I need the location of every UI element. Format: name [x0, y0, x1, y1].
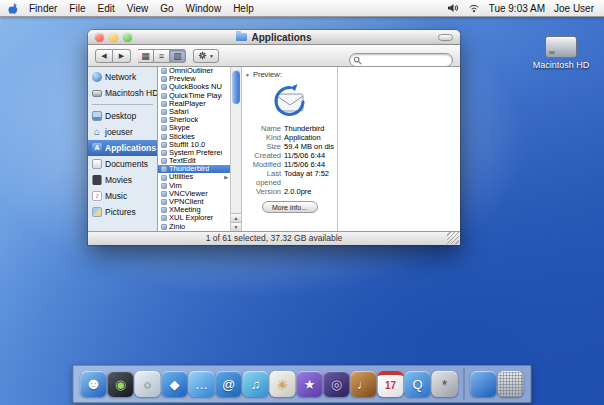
menu-item[interactable]: Window	[180, 0, 228, 17]
app-list-item[interactable]: XUL Explorer	[158, 214, 230, 222]
preview-header[interactable]: Preview:	[245, 69, 334, 79]
forward-button[interactable]: ▶	[113, 49, 131, 63]
app-icon	[161, 224, 167, 230]
status-bar: 1 of 61 selected, 37.32 GB available	[88, 231, 460, 245]
dock-icon-glyph: ○	[144, 378, 152, 391]
app-list-item[interactable]: VPNClient	[158, 198, 230, 206]
sidebar-item[interactable]: joeuser	[88, 124, 157, 140]
app-list-item[interactable]: QuickTime Player	[158, 92, 230, 100]
music-icon	[92, 191, 102, 201]
column-view-button[interactable]: ▥	[170, 49, 186, 63]
sidebar-item[interactable]: Network	[88, 69, 157, 85]
more-info-button[interactable]: More info...	[262, 201, 318, 213]
toolbar-toggle-button[interactable]	[438, 34, 453, 41]
finder-icon[interactable]: ☻	[81, 371, 107, 397]
mail-icon[interactable]: @	[216, 371, 242, 397]
sidebar-item[interactable]: Documents	[88, 156, 157, 172]
system-preferences-icon[interactable]: *	[432, 371, 458, 397]
garageband-icon[interactable]: ♩	[351, 371, 377, 397]
resize-grip[interactable]	[447, 232, 459, 244]
app-list-item[interactable]: OmniOutliner	[158, 67, 230, 75]
scroll-down-icon[interactable]: ▼	[231, 222, 241, 231]
back-button[interactable]: ◀	[95, 49, 113, 63]
sidebar-divider	[92, 104, 153, 105]
menu-item[interactable]: View	[121, 0, 155, 17]
zoom-button[interactable]	[123, 33, 132, 42]
trash-icon[interactable]	[498, 371, 524, 397]
app-list-item[interactable]: Skype	[158, 124, 230, 132]
volume-icon[interactable]	[447, 3, 459, 13]
sidebar-item[interactable]: Pictures	[88, 204, 157, 220]
search-input[interactable]	[349, 53, 453, 67]
app-icon	[161, 93, 167, 99]
menu-item[interactable]: Finder	[23, 0, 63, 17]
sidebar-item[interactable]: Movies	[88, 172, 157, 188]
app-list-item[interactable]: Safari	[158, 108, 230, 116]
app-list-item[interactable]: Zinio	[158, 223, 230, 231]
sidebar-item[interactable]: Applications	[88, 140, 157, 156]
iphoto-icon[interactable]: ☀	[270, 371, 296, 397]
app-list-item[interactable]: RealPlayer	[158, 100, 230, 108]
app-list-item[interactable]: QuickBooks NUE	[158, 83, 230, 91]
scroll-up-icon[interactable]: ▲	[231, 213, 241, 222]
app-icon	[161, 183, 167, 189]
quicktime-icon[interactable]: Q	[405, 371, 431, 397]
disclosure-triangle-icon	[245, 70, 250, 79]
safari-icon[interactable]: ◆	[162, 371, 188, 397]
menu-item[interactable]: Edit	[91, 0, 120, 17]
window-content: Network Macintosh HD Desktop joeuser	[88, 67, 460, 231]
minimize-button[interactable]	[109, 33, 118, 42]
folder-arrow-icon	[224, 173, 228, 181]
app-list-item[interactable]: StuffIt 10.0	[158, 141, 230, 149]
user-menu[interactable]: Joe User	[554, 0, 594, 17]
search-icon	[353, 51, 362, 69]
imovie-icon[interactable]: ★	[297, 371, 323, 397]
sidebar-item[interactable]: Desktop	[88, 108, 157, 124]
app-list-item[interactable]: Thunderbird	[158, 165, 230, 173]
sidebar-item[interactable]: Music	[88, 188, 157, 204]
app-label: XMeeting	[169, 206, 201, 214]
scrollbar-track[interactable]: ▲ ▼	[230, 67, 241, 231]
app-list-item[interactable]: Stickies	[158, 133, 230, 141]
preview-icon[interactable]: ○	[135, 371, 161, 397]
app-list-item[interactable]: Preview	[158, 75, 230, 83]
app-list-item[interactable]: TextEdit	[158, 157, 230, 165]
app-icon	[161, 191, 167, 197]
app-label: QuickBooks NUE	[169, 83, 222, 91]
app-list-item[interactable]: Vim	[158, 182, 230, 190]
ichat-icon[interactable]: …	[189, 371, 215, 397]
action-menu-button[interactable]	[193, 49, 219, 63]
ical-icon[interactable]: 17	[378, 371, 404, 397]
list-view-button[interactable]: ≡	[154, 49, 170, 63]
app-label: OmniOutliner	[169, 67, 213, 75]
menu-item[interactable]: Go	[154, 0, 179, 17]
idvd-icon[interactable]: ◎	[324, 371, 350, 397]
title-bar[interactable]: Applications	[88, 30, 460, 45]
app-label: VPNClient	[169, 198, 204, 206]
navigation-buttons: ◀ ▶	[95, 49, 131, 63]
itunes-icon[interactable]: ♫	[243, 371, 269, 397]
app-list-item[interactable]: Utilities	[158, 173, 230, 181]
menu-item[interactable]: File	[63, 0, 91, 17]
macintosh-hd-desktop-icon[interactable]: Macintosh HD	[526, 36, 596, 70]
menu-clock[interactable]: Tue 9:03 AM	[489, 0, 545, 17]
app-list-item[interactable]: Sherlock	[158, 116, 230, 124]
thunderbird-icon[interactable]	[471, 371, 497, 397]
menu-item[interactable]: Help	[227, 0, 260, 17]
close-button[interactable]	[95, 33, 104, 42]
airport-icon[interactable]	[468, 3, 480, 13]
search-field	[349, 49, 453, 63]
apple-menu[interactable]	[8, 2, 19, 15]
app-list-item[interactable]: System Preferences	[158, 149, 230, 157]
app-label: VNCViewer	[169, 190, 208, 198]
empty-column	[338, 67, 460, 231]
scrollbar-thumb[interactable]	[232, 70, 240, 104]
app-label: RealPlayer	[169, 100, 206, 108]
sidebar-item[interactable]: Macintosh HD	[88, 85, 157, 101]
finder-toolbar: ◀ ▶ ▦≡▥	[88, 45, 460, 67]
dashboard-icon[interactable]: ◉	[108, 371, 134, 397]
app-label: Zinio	[169, 223, 185, 231]
app-list-item[interactable]: XMeeting	[158, 206, 230, 214]
app-list-item[interactable]: VNCViewer	[158, 190, 230, 198]
icon-view-button[interactable]: ▦	[138, 49, 154, 63]
